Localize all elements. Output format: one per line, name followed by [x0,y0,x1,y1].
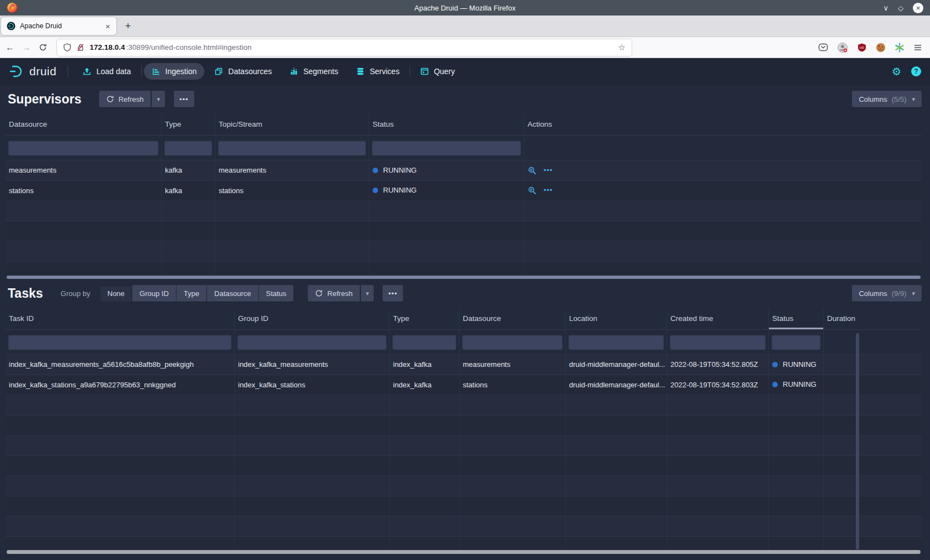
column-header-actions[interactable]: Actions [524,113,922,135]
tasks-refresh-caret-button[interactable]: ▾ [361,285,374,302]
column-header-task-id[interactable]: Task ID [6,308,235,329]
empty-row [6,221,922,242]
column-header-status-sorted[interactable]: Status [769,308,824,329]
column-header-created-time[interactable]: Created time [667,308,769,329]
tasks-more-button[interactable]: ••• [383,285,403,302]
new-tab-button[interactable]: + [125,20,131,32]
tab-close-icon[interactable]: × [104,22,112,31]
columns-label: Columns [859,289,887,298]
nav-item-datasources[interactable]: Datasources [206,63,280,80]
menu-icon[interactable] [913,43,922,52]
empty-row [6,476,922,496]
filter-type-input[interactable] [392,335,456,350]
nav-item-services[interactable]: Services [348,63,407,80]
nav-label: Ingestion [166,67,197,76]
column-header-duration[interactable]: Duration [824,308,922,329]
column-header-datasource[interactable]: Datasource [6,113,162,135]
pocket-icon[interactable] [818,43,828,53]
nav-item-ingestion[interactable]: Ingestion [144,63,205,80]
druid-logo[interactable]: druid [9,64,56,79]
supervisor-row[interactable]: measurements kafka measurements RUNNING [6,160,922,181]
supervisors-refresh-button[interactable]: Refresh [99,91,151,107]
minimize-icon[interactable]: ∨ [883,4,888,12]
inspect-magnifier-icon[interactable] [528,186,536,195]
addon-asterisk-icon[interactable] [895,43,905,53]
column-header-type[interactable]: Type [162,113,215,135]
filter-location-input[interactable] [569,335,664,350]
reload-icon[interactable] [39,43,47,51]
insecure-lock-icon[interactable] [76,43,85,51]
tracking-shield-icon[interactable] [63,43,71,51]
column-header-topic-stream[interactable]: Topic/Stream [215,113,369,135]
url-bar[interactable]: 172.18.0.4 :30899/unified-console.html#i… [57,39,632,56]
ingestion-icon [152,67,161,76]
tasks-vertical-scrollbar[interactable] [856,333,859,550]
supervisors-more-button[interactable]: ••• [174,91,194,107]
filter-datasource-input[interactable] [462,335,562,350]
close-icon[interactable]: × [913,3,923,13]
maximize-icon[interactable]: ◇ [898,4,903,12]
cell-task-id[interactable]: index_kafka_stations_a9a679b22795b63_nnk… [6,375,235,395]
tasks-refresh-button[interactable]: Refresh [308,285,360,302]
column-header-type[interactable]: Type [390,308,459,329]
nav-item-load-data[interactable]: Load data [75,63,138,80]
empty-row [6,262,922,276]
bookmark-star-icon[interactable]: ☆ [618,43,626,53]
inspect-magnifier-icon[interactable] [528,166,536,175]
filter-datasource-input[interactable] [8,141,158,155]
column-header-status[interactable]: Status [369,113,524,135]
supervisors-table: Datasource Type Topic/Stream Status Acti… [6,113,922,279]
group-by-datasource-button[interactable]: Datasource [206,285,258,302]
cell-task-id[interactable]: index_kafka_measurements_a5616c5ba8afb8b… [6,355,235,375]
column-header-datasource[interactable]: Datasource [459,308,566,329]
scrollbar-thumb[interactable] [7,550,921,554]
ublock-icon[interactable]: UO [857,43,867,53]
scrollbar-thumb[interactable] [7,276,921,279]
filter-cell [566,330,667,355]
cookie-icon[interactable] [876,43,886,53]
cell-datasource[interactable]: measurements [6,160,162,180]
nav-items: Load data Ingestion Datasources [75,63,463,80]
empty-cell [162,201,215,221]
nav-label: Services [370,67,400,76]
empty-cell [162,221,215,241]
empty-cell [215,262,369,276]
filter-created-time-input[interactable] [670,335,766,350]
filter-group-id-input[interactable] [237,335,386,350]
nav-item-segments[interactable]: Segments [282,63,346,80]
group-by-none-button[interactable]: None [100,285,132,302]
row-more-icon[interactable]: ••• [544,160,553,180]
supervisors-refresh-caret-button[interactable]: ▾ [152,91,165,107]
tasks-horizontal-scrollbar[interactable] [6,549,922,554]
row-more-icon[interactable]: ••• [544,181,553,201]
account-icon[interactable] [837,42,848,53]
cell-datasource[interactable]: stations [6,181,162,201]
settings-gear-icon[interactable]: ⚙ [892,66,901,77]
tab-apache-druid[interactable]: Apache Druid × [1,17,116,35]
empty-cell [6,456,235,476]
filter-type-input[interactable] [164,141,212,155]
group-by-group-id-button[interactable]: Group ID [132,285,176,302]
column-header-group-id[interactable]: Group ID [235,308,390,329]
load-data-icon [82,67,91,76]
supervisors-columns-button[interactable]: Columns (5/5) ▾ [852,91,922,107]
supervisor-row[interactable]: stations kafka stations RUNNING ••• [6,181,922,201]
filter-status-input[interactable] [772,335,820,350]
help-icon[interactable]: ? [911,66,921,76]
empty-cell [524,241,922,261]
back-icon[interactable]: ← [6,43,14,52]
group-by-type-button[interactable]: Type [176,285,206,302]
filter-status-input[interactable] [372,141,521,155]
task-row[interactable]: index_kafka_measurements_a5616c5ba8afb8b… [6,355,922,375]
tasks-columns-button[interactable]: Columns (9/9) ▾ [852,285,922,302]
filter-task-id-input[interactable] [8,335,231,350]
task-row[interactable]: index_kafka_stations_a9a679b22795b63_nnk… [6,375,922,396]
group-by-status-button[interactable]: Status [259,285,294,302]
svg-text:UO: UO [860,45,865,49]
filter-cell [824,330,922,355]
nav-item-query[interactable]: Query [412,63,463,80]
empty-cell [824,476,922,496]
supervisors-horizontal-scrollbar[interactable] [6,275,922,279]
column-header-location[interactable]: Location [566,308,667,329]
filter-topic-input[interactable] [218,141,366,155]
